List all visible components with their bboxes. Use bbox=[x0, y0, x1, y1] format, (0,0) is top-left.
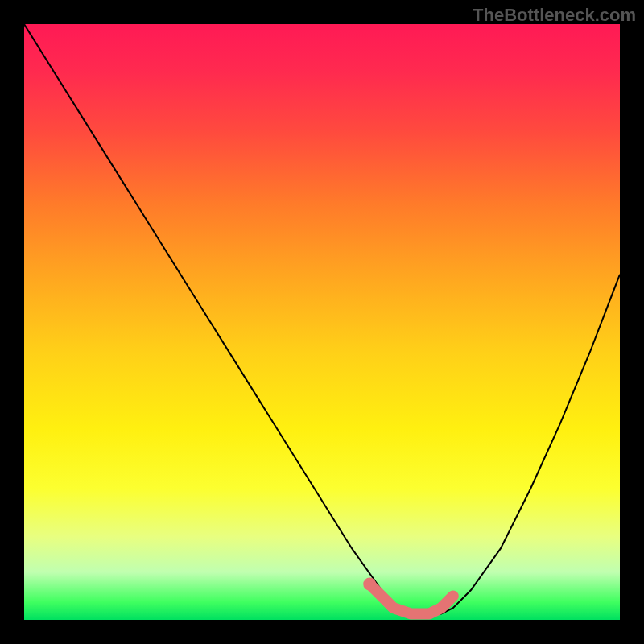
bottleneck-curve-line bbox=[24, 24, 620, 614]
chart-svg bbox=[24, 24, 620, 620]
watermark-text: TheBottleneck.com bbox=[473, 5, 636, 26]
highlight-segment-line bbox=[369, 584, 453, 614]
plot-area bbox=[24, 24, 620, 620]
highlight-dot-icon bbox=[363, 578, 376, 591]
